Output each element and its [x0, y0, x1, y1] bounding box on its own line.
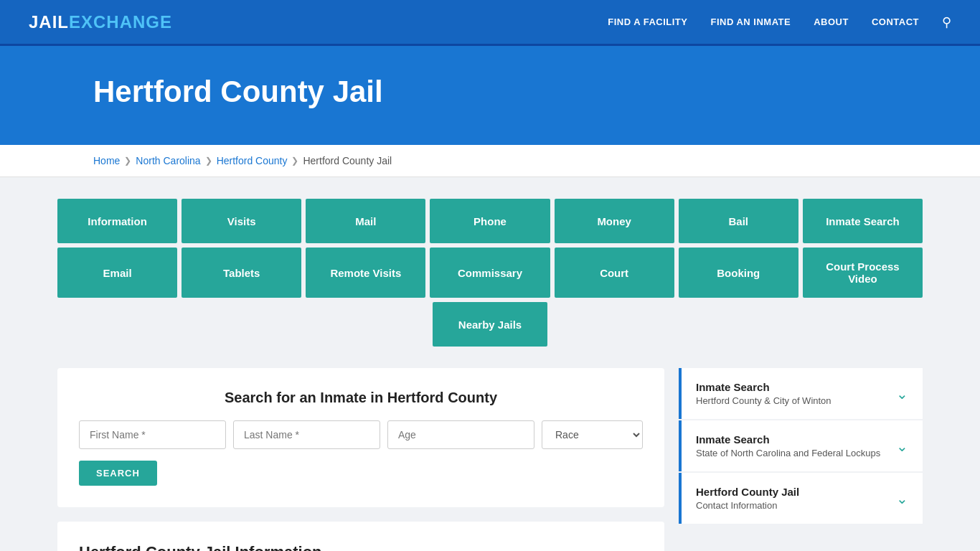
- chevron-down-icon: ⌄: [896, 385, 908, 402]
- nav-about[interactable]: ABOUT: [814, 17, 849, 27]
- last-name-input[interactable]: [233, 420, 380, 449]
- tile-commissary[interactable]: Commissary: [430, 248, 550, 298]
- logo-exchange: EXCHANGE: [69, 12, 172, 32]
- sidebar-card-3[interactable]: Hertford County Jail Contact Information…: [679, 473, 923, 524]
- sidebar: Inmate Search Hertford County & City of …: [679, 368, 923, 524]
- tile-nearby-jails[interactable]: Nearby Jails: [433, 302, 547, 347]
- tile-mail[interactable]: Mail: [306, 199, 425, 243]
- search-button[interactable]: SEARCH: [79, 461, 157, 486]
- sidebar-card-1[interactable]: Inmate Search Hertford County & City of …: [679, 368, 923, 419]
- sidebar-card-1-sub: Hertford County & City of Winton: [696, 395, 831, 406]
- tiles-row-2: Email Tablets Remote Visits Commissary C…: [57, 248, 923, 298]
- first-name-input[interactable]: [79, 420, 226, 449]
- breadcrumb-sep-1: ❯: [124, 156, 131, 166]
- sidebar-card-2-sub: State of North Carolina and Federal Lock…: [696, 448, 880, 458]
- breadcrumb-sep-3: ❯: [291, 156, 298, 166]
- tile-visits[interactable]: Visits: [182, 199, 301, 243]
- sidebar-card-1-title: Inmate Search: [696, 381, 831, 393]
- tile-court-process-video[interactable]: Court Process Video: [803, 248, 923, 298]
- sidebar-card-2[interactable]: Inmate Search State of North Carolina an…: [679, 420, 923, 471]
- hero-section: Hertford County Jail: [0, 46, 980, 145]
- content-section: Search for an Inmate in Hertford County …: [57, 368, 923, 551]
- breadcrumb: Home ❯ North Carolina ❯ Hertford County …: [93, 155, 887, 166]
- info-section-title: Hertford County Jail Information: [79, 543, 643, 551]
- tiles-row-3: Nearby Jails: [57, 302, 923, 347]
- breadcrumb-current: Hertford County Jail: [303, 155, 392, 166]
- search-form-card: Search for an Inmate in Hertford County …: [57, 368, 664, 507]
- breadcrumb-sep-2: ❯: [205, 156, 212, 166]
- tiles-row-1: Information Visits Mail Phone Money Bail…: [57, 199, 923, 243]
- search-form-row-1: Race White Black Hispanic Asian Other: [79, 420, 643, 449]
- main-nav: FIND A FACILITY FIND AN INMATE ABOUT CON…: [608, 14, 951, 30]
- tile-inmate-search[interactable]: Inmate Search: [803, 199, 923, 243]
- breadcrumb-county[interactable]: Hertford County: [217, 155, 288, 166]
- race-select[interactable]: Race White Black Hispanic Asian Other: [542, 420, 643, 449]
- search-form-title: Search for an Inmate in Hertford County: [79, 390, 643, 406]
- nav-contact[interactable]: CONTACT: [872, 17, 919, 27]
- search-icon[interactable]: ⚲: [942, 14, 951, 30]
- sidebar-card-3-title: Hertford County Jail: [696, 486, 799, 498]
- main-content: Information Visits Mail Phone Money Bail…: [0, 177, 980, 551]
- breadcrumb-home[interactable]: Home: [93, 155, 120, 166]
- breadcrumb-nc[interactable]: North Carolina: [136, 155, 200, 166]
- nav-find-facility[interactable]: FIND A FACILITY: [608, 17, 687, 27]
- page-title: Hertford County Jail: [93, 75, 951, 109]
- info-section-card: Hertford County Jail Information: [57, 522, 664, 551]
- sidebar-card-3-sub: Contact Information: [696, 500, 799, 511]
- chevron-down-icon-2: ⌄: [896, 438, 908, 455]
- site-logo[interactable]: JAILEXCHANGE: [29, 12, 172, 32]
- tile-bail[interactable]: Bail: [679, 199, 798, 243]
- tile-court[interactable]: Court: [555, 248, 674, 298]
- tile-phone[interactable]: Phone: [430, 199, 550, 243]
- tile-email[interactable]: Email: [57, 248, 177, 298]
- chevron-down-icon-3: ⌄: [896, 490, 908, 507]
- site-header: JAILEXCHANGE FIND A FACILITY FIND AN INM…: [0, 0, 980, 46]
- tile-information[interactable]: Information: [57, 199, 177, 243]
- tile-tablets[interactable]: Tablets: [182, 248, 301, 298]
- tile-money[interactable]: Money: [555, 199, 674, 243]
- breadcrumb-bar: Home ❯ North Carolina ❯ Hertford County …: [0, 145, 980, 177]
- nav-find-inmate[interactable]: FIND AN INMATE: [710, 17, 791, 27]
- sidebar-card-2-title: Inmate Search: [696, 433, 880, 446]
- tile-remote-visits[interactable]: Remote Visits: [306, 248, 425, 298]
- tile-booking[interactable]: Booking: [679, 248, 798, 298]
- logo-jail: JAIL: [29, 12, 69, 32]
- age-input[interactable]: [387, 420, 534, 449]
